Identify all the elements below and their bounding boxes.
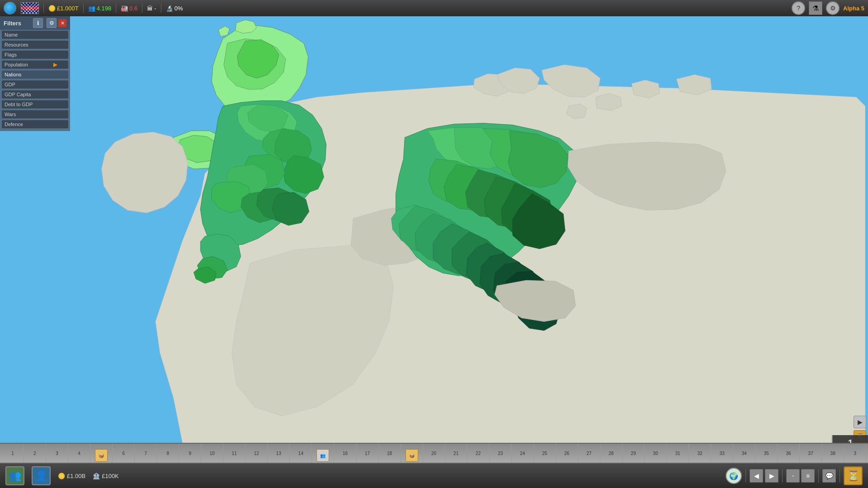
timeline-tick-9[interactable]: 9 bbox=[179, 444, 201, 463]
bottombar: 👥 👤 🪙 £1.00B 🏦 £100K 🌍 ◀ ▶ - ≡ 💬 ⏳ bbox=[0, 463, 868, 488]
filter-nations[interactable]: Nations bbox=[0, 70, 70, 80]
bb-divider-3 bbox=[818, 469, 819, 483]
map-area[interactable] bbox=[0, 16, 868, 443]
filter-debt-gdp[interactable]: Debt to GDP bbox=[0, 99, 70, 109]
timeline-tick-39[interactable]: 3 bbox=[844, 444, 866, 463]
population-display: 👥 4.198 bbox=[88, 5, 112, 12]
bank-display: 🏛 - bbox=[147, 5, 156, 12]
filter-gdp[interactable]: GDP bbox=[0, 80, 70, 89]
timeline-tick-20[interactable]: 20 bbox=[423, 444, 445, 463]
filters-header: Filters ℹ ⚙ ✕ bbox=[0, 16, 70, 30]
timeline-tick-5[interactable]: 5 📦 bbox=[90, 444, 113, 463]
citizens-avatar[interactable]: 👥 bbox=[5, 466, 24, 485]
timeline-tick-32[interactable]: 32 bbox=[689, 444, 711, 463]
pollution-icon: 🏭 bbox=[121, 5, 128, 12]
timeline[interactable]: 1 2 3 4 5 📦 6 7 8 9 10 11 12 13 14 15 👥 … bbox=[0, 443, 868, 463]
flag-uk[interactable] bbox=[21, 2, 39, 14]
timeline-tick-22[interactable]: 22 bbox=[467, 444, 490, 463]
filter-debt-gdp-label: Debt to GDP bbox=[2, 100, 68, 108]
timeline-tick-7[interactable]: 7 bbox=[135, 444, 157, 463]
globe-icon[interactable] bbox=[4, 2, 16, 14]
speed-list-btn[interactable]: ≡ bbox=[801, 469, 815, 483]
bb-divider-4 bbox=[840, 469, 840, 483]
prev-btn[interactable]: ◀ bbox=[750, 469, 763, 483]
timeline-tick-15[interactable]: 15 👥 bbox=[312, 444, 334, 463]
timeline-event-19: 📦 bbox=[406, 449, 418, 462]
timeline-tick-31[interactable]: 31 bbox=[667, 444, 689, 463]
map-svg bbox=[0, 16, 868, 443]
timeline-tick-18[interactable]: 18 bbox=[379, 444, 401, 463]
bb-money: 🪙 £1.00B bbox=[58, 473, 85, 479]
timeline-tick-19[interactable]: 19 📦 bbox=[401, 444, 423, 463]
timeline-tick-26[interactable]: 26 bbox=[556, 444, 578, 463]
filters-close-btn[interactable]: ✕ bbox=[58, 19, 66, 27]
timeline-tick-21[interactable]: 21 bbox=[445, 444, 467, 463]
filter-resources[interactable]: Resources bbox=[0, 40, 70, 50]
filter-button[interactable]: ⚗ bbox=[809, 1, 822, 15]
timeline-tick-33[interactable]: 33 bbox=[711, 444, 733, 463]
timeline-tick-13[interactable]: 13 bbox=[268, 444, 290, 463]
bb-coin-icon: 🪙 bbox=[58, 473, 65, 479]
topbar: 🪙 £1.000T 👥 4.198 🏭 0.6 🏛 - 🔬 0% ? ⚗ ⚙ A… bbox=[0, 0, 868, 16]
filter-wars-label: Wars bbox=[2, 110, 68, 118]
filter-gdp-capita[interactable]: GDP Capita bbox=[0, 89, 70, 99]
settings-button[interactable]: ⚙ bbox=[826, 1, 840, 15]
timeline-tick-23[interactable]: 23 bbox=[490, 444, 512, 463]
timeline-tick-12[interactable]: 12 bbox=[245, 444, 268, 463]
timeline-tick-4[interactable]: 4 bbox=[68, 444, 90, 463]
filter-defence[interactable]: Defence bbox=[0, 119, 70, 129]
timeline-tick-35[interactable]: 35 bbox=[755, 444, 778, 463]
filters-settings-btn[interactable]: ⚙ bbox=[47, 18, 57, 28]
timeline-tick-34[interactable]: 34 bbox=[733, 444, 755, 463]
timeline-tick-30[interactable]: 30 bbox=[645, 444, 667, 463]
timeline-tick-6[interactable]: 6 bbox=[113, 444, 135, 463]
timeline-tick-37[interactable]: 37 bbox=[800, 444, 822, 463]
leader-avatar[interactable]: 👤 bbox=[32, 466, 51, 485]
play-btn[interactable]: ▶ bbox=[765, 469, 778, 483]
timeline-tick-1[interactable]: 1 bbox=[2, 444, 24, 463]
money-display: 🪙 £1.000T bbox=[48, 5, 79, 12]
coin-icon: 🪙 bbox=[48, 5, 56, 12]
filter-nations-label: Nations bbox=[2, 70, 68, 79]
timeline-tick-2[interactable]: 2 bbox=[24, 444, 46, 463]
bb-divider-1 bbox=[745, 469, 746, 483]
population-icon: 👥 bbox=[88, 5, 95, 12]
scroll-right-btn[interactable]: ▶ bbox=[854, 416, 866, 428]
filters-info-btn[interactable]: ℹ bbox=[33, 18, 43, 28]
bb-savings: 🏦 £100K bbox=[93, 473, 119, 479]
timeline-tick-14[interactable]: 14 bbox=[290, 444, 312, 463]
bb-bank-icon: 🏦 bbox=[93, 473, 100, 479]
speed-minus-btn[interactable]: - bbox=[786, 469, 800, 483]
timeline-event-5: 📦 bbox=[95, 449, 108, 462]
timeline-tick-24[interactable]: 24 bbox=[512, 444, 534, 463]
bb-right-controls: 🌍 ◀ ▶ - ≡ 💬 ⏳ bbox=[726, 466, 863, 485]
timeline-tick-16[interactable]: 16 bbox=[334, 444, 356, 463]
timeline-tick-27[interactable]: 27 bbox=[578, 444, 600, 463]
timeline-tick-25[interactable]: 25 bbox=[534, 444, 556, 463]
timeline-tick-29[interactable]: 29 bbox=[623, 444, 645, 463]
timeline-tick-17[interactable]: 17 bbox=[357, 444, 379, 463]
timeline-tick-28[interactable]: 28 bbox=[600, 444, 623, 463]
filter-population[interactable]: Population ▶ bbox=[0, 60, 70, 70]
filter-name[interactable]: Name bbox=[0, 30, 70, 40]
chat-btn[interactable]: 💬 bbox=[822, 469, 836, 483]
research-display: 🔬 0% bbox=[166, 5, 183, 12]
filter-defence-label: Defence bbox=[2, 120, 68, 128]
filter-gdp-capita-label: GDP Capita bbox=[2, 90, 68, 99]
hourglass-bottom-btn[interactable]: ⏳ bbox=[844, 466, 863, 485]
timeline-event-15: 👥 bbox=[316, 449, 329, 462]
timeline-tick-10[interactable]: 10 bbox=[201, 444, 223, 463]
timeline-tick-38[interactable]: 38 bbox=[822, 444, 844, 463]
filter-wars[interactable]: Wars bbox=[0, 109, 70, 119]
filter-resources-label: Resources bbox=[2, 41, 68, 49]
globe-view-btn[interactable]: 🌍 bbox=[726, 468, 742, 484]
filters-title: Filters bbox=[4, 20, 21, 27]
timeline-tick-11[interactable]: 11 bbox=[223, 444, 245, 463]
timeline-tick-3[interactable]: 3 bbox=[46, 444, 68, 463]
help-button[interactable]: ? bbox=[792, 1, 805, 15]
filter-population-arrow: ▶ bbox=[53, 61, 57, 68]
timeline-tick-36[interactable]: 36 bbox=[778, 444, 800, 463]
filter-flags[interactable]: Flags bbox=[0, 50, 70, 60]
pollution-display: 🏭 0.6 bbox=[121, 5, 137, 12]
timeline-tick-8[interactable]: 8 bbox=[157, 444, 179, 463]
